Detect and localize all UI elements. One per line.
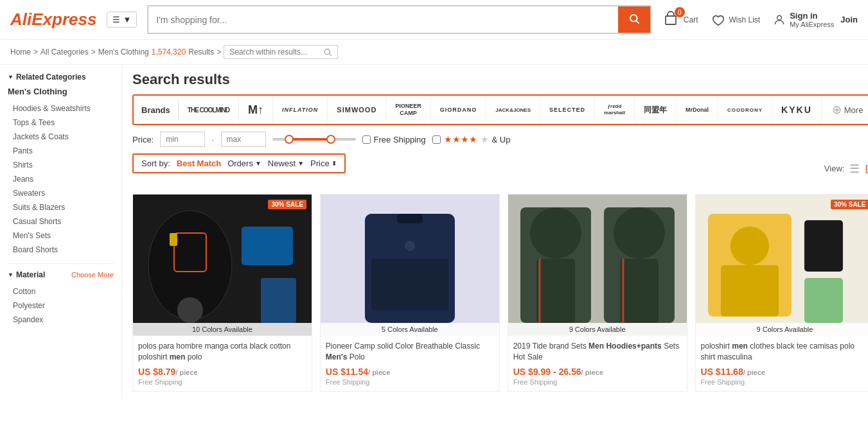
sidebar-material-cotton[interactable]: Cotton [8,284,114,299]
brand-jack[interactable]: JACK&JONES [486,96,540,124]
sort-price[interactable]: Price⬍ [310,159,337,168]
choose-more[interactable]: Choose More [71,271,114,279]
search-within-input[interactable] [229,48,319,56]
sort-bar: Sort by: Best Match Orders▼ Newest▼ Pric… [132,153,346,173]
stars-checkbox[interactable] [432,135,441,144]
brand-chinese[interactable]: 同盟年 [635,96,677,124]
price-handle-right[interactable] [326,135,335,144]
wishlist-button[interactable]: Wish List [711,13,761,26]
svg-line-1 [636,21,639,23]
header-actions: 0 Cart Wish List Sign in My AliExpress J… [662,11,858,28]
sort-newest[interactable]: Newest▼ [268,159,304,168]
menu-toggle[interactable]: ☰ ▼ [107,12,137,28]
svg-line-5 [330,53,332,56]
breadcrumb-all-categories[interactable]: All Categories [40,48,89,56]
price-max-input[interactable] [221,132,266,147]
price-range-fill [289,138,331,141]
brand-coolmind[interactable]: THE COOLMIND [179,96,239,124]
search-within-icon[interactable] [323,48,332,56]
product-image-4: 30% SALE 9 Colors Available [696,195,868,336]
brand-pioneer[interactable]: PIONEERCAMP [386,96,431,124]
price-min-input[interactable] [160,132,205,147]
sidebar-item-casual-shorts[interactable]: Casual Shorts [8,214,114,229]
brand-coodrony[interactable]: COODRONY [718,96,772,124]
product-image-2: 5 Colors Available [321,195,499,336]
product-grid: 30% SALE 10 Colors Available polos para … [132,194,868,392]
sale-badge-4: 30% SALE [831,200,868,209]
sidebar-category-title: Men's Clothing [8,87,114,96]
signin-label[interactable]: Sign in [790,11,834,21]
sidebar-item-hoodies[interactable]: Hoodies & Sweatshirts [8,101,114,116]
svg-point-24 [614,207,665,259]
logo: AliExpress [10,10,96,30]
search-input[interactable] [148,10,618,30]
sidebar-item-sweaters[interactable]: Sweaters [8,186,114,200]
sidebar-item-mens-sets[interactable]: Men's Sets [8,229,114,243]
brand-simwood[interactable]: SIMWOOD [328,96,386,124]
svg-rect-32 [804,278,842,323]
product-shipping-2: Free Shipping [326,378,494,386]
product-price-unit-3: / piece [581,369,603,376]
price-range-slider[interactable] [272,138,356,141]
product-shipping-3: Free Shipping [513,378,682,386]
brand-giordano[interactable]: GIORDANO [431,96,487,124]
product-card-4[interactable]: 30% SALE 9 Colors Available poloshirt me… [695,194,868,392]
grid-view-button[interactable]: ⊞ [865,162,868,176]
more-button[interactable]: ⊕ More [822,99,868,121]
product-shipping-4: Free Shipping [701,378,868,386]
free-shipping-filter[interactable]: Free Shipping [362,135,426,144]
brand-kyku[interactable]: KYKU [772,96,822,124]
product-title-2: Pioneer Camp solid Color Breathable Clas… [326,341,494,363]
brand-selected[interactable]: SELECTED [540,96,595,124]
brand-inflation[interactable]: INFLATION [273,96,328,124]
related-categories-title: Related Categories [8,73,114,82]
list-view-button[interactable]: ☰ [849,162,860,176]
product-info-4: poloshirt men clothes black tee camisas … [696,336,868,391]
sidebar-item-jackets[interactable]: Jackets & Coats [8,130,114,144]
myaliexpress-label[interactable]: My AliExpress [790,21,834,28]
brand-m1[interactable]: M↑ [239,96,273,124]
sidebar-divider [8,263,114,264]
product-card-1[interactable]: 30% SALE 10 Colors Available polos para … [132,194,312,392]
breadcrumb-sep3: > [217,48,221,56]
breadcrumb-home[interactable]: Home [10,48,31,56]
sidebar-item-pants[interactable]: Pants [8,144,114,158]
brand-fred[interactable]: ƒreddmarshall [595,96,635,124]
breadcrumb-category[interactable]: Men's Clothing [98,48,149,56]
account-button[interactable]: Sign in My AliExpress Join [773,11,858,28]
sidebar-item-shirts[interactable]: Shirts [8,158,114,172]
product-card-3[interactable]: 9 Colors Available 2019 Tide brand Sets … [508,194,687,392]
sidebar-material-spandex[interactable]: Spandex [8,313,114,327]
sort-label: Sort by: [141,159,170,168]
sidebar-item-tops[interactable]: Tops & Tees [8,116,114,130]
stars-filter[interactable]: ★★★★★ & Up [432,134,511,144]
cart-button[interactable]: 0 Cart [662,11,698,28]
join-label[interactable]: Join [840,15,858,24]
product-shipping-1: Free Shipping [138,378,306,386]
price-dash: - [211,135,214,144]
orders-arrow: ▼ [255,160,261,167]
product-card-2[interactable]: 5 Colors Available Pioneer Camp solid Co… [320,194,500,392]
cart-badge: 0 [675,7,685,17]
brand-mrdonal[interactable]: MrDonal [677,96,718,124]
account-icon [773,13,786,27]
search-button[interactable] [618,6,650,33]
product-info-3: 2019 Tide brand Sets Men Hoodies+pants S… [508,336,687,391]
sidebar-material-polyester[interactable]: Polyester [8,299,114,313]
product-info-2: Pioneer Camp solid Color Breathable Clas… [321,336,499,391]
svg-rect-12 [261,278,296,323]
free-shipping-checkbox[interactable] [362,135,371,144]
search-within [224,45,338,59]
sidebar-item-board-shorts[interactable]: Board Shorts [8,243,114,257]
more-label: More [844,105,864,115]
price-arrow: ⬍ [332,160,337,167]
sidebar-item-jeans[interactable]: Jeans [8,172,114,186]
sidebar-material-title: Material [8,270,45,279]
sort-best-match[interactable]: Best Match [177,159,221,168]
price-handle-left[interactable] [285,135,294,144]
product-price-2: US $11.54/ piece [326,367,494,377]
content: Search results Brands THE COOLMIND M↑ IN… [122,65,868,398]
sidebar-item-suits[interactable]: Suits & Blazers [8,200,114,214]
menu-arrow: ▼ [123,15,131,24]
sort-orders[interactable]: Orders▼ [227,159,261,168]
